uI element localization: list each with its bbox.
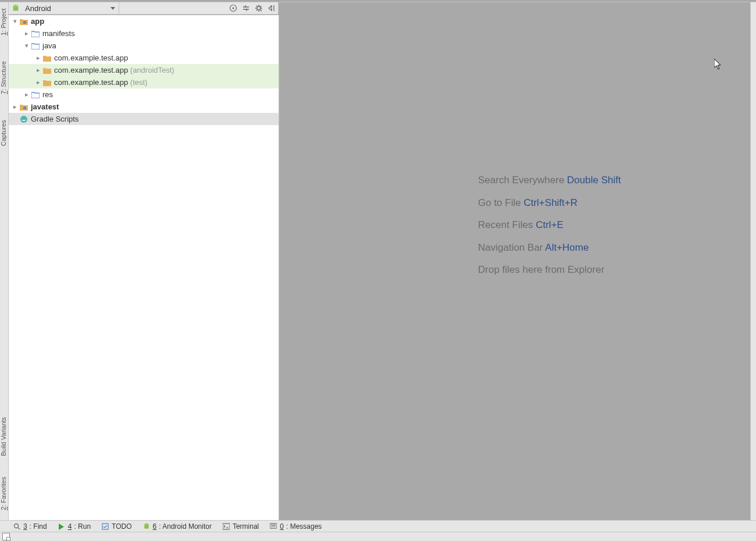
svg-rect-21 <box>102 524 108 529</box>
android-icon <box>11 3 20 13</box>
module-folder-icon <box>19 102 28 112</box>
folder-icon <box>31 29 40 38</box>
svg-point-1 <box>15 5 15 6</box>
tab-captures[interactable]: Captures <box>0 115 8 152</box>
tab-todo[interactable]: TODO <box>101 522 131 531</box>
expander-icon[interactable]: ▸ <box>34 79 42 86</box>
hide-tool-window-icon[interactable] <box>265 2 278 15</box>
tab-run[interactable]: 4: Run <box>58 522 91 531</box>
expander-icon[interactable]: ▸ <box>34 54 42 62</box>
tree-node-label: manifests <box>42 29 75 38</box>
tree-node-manifests[interactable]: ▸ manifests <box>9 27 279 40</box>
svg-point-18 <box>15 524 19 528</box>
tree-node-label: com.example.test.app <box>54 78 128 87</box>
hint-navigation-bar: Navigation Bar Alt+Home <box>478 237 621 259</box>
messages-icon <box>269 522 277 531</box>
tree-node-suffix: (androidTest) <box>130 66 174 74</box>
svg-line-11 <box>261 10 261 10</box>
scroll-from-source-icon[interactable] <box>227 2 240 15</box>
status-bar <box>0 532 756 541</box>
expander-icon[interactable]: ▸ <box>23 30 31 37</box>
package-icon <box>42 66 52 75</box>
project-tree[interactable]: ▾ app ▸ manifests ▾ java ▸ com.example.t… <box>9 15 279 521</box>
hint-recent-files: Recent Files Ctrl+E <box>478 214 621 237</box>
svg-line-10 <box>256 6 257 6</box>
tree-node-java[interactable]: ▾ java <box>9 40 279 52</box>
module-folder-icon <box>19 17 28 26</box>
tab-project[interactable]: 1: Project <box>0 2 8 42</box>
expander-icon[interactable]: ▸ <box>34 66 42 74</box>
editor-placeholder[interactable]: Search Everywhere Double Shift Go to Fil… <box>279 2 750 521</box>
tree-node-label: javatest <box>31 102 59 111</box>
folder-icon <box>31 41 40 51</box>
svg-marker-20 <box>59 524 64 530</box>
gear-icon[interactable] <box>252 2 265 15</box>
tree-node-label: java <box>42 41 56 50</box>
tab-structure[interactable]: 7: Structure <box>0 55 8 101</box>
svg-line-12 <box>261 6 261 6</box>
tree-node-label: com.example.test.app <box>54 66 128 74</box>
tree-node-res[interactable]: ▸ res <box>9 88 279 101</box>
tree-node-label: Gradle Scripts <box>31 115 79 123</box>
expander-icon[interactable]: ▸ <box>11 103 19 111</box>
run-icon <box>58 522 66 531</box>
svg-rect-16 <box>23 106 26 109</box>
tree-node-suffix: (test) <box>130 78 148 87</box>
svg-rect-23 <box>223 524 230 529</box>
android-icon <box>142 522 151 531</box>
collapse-all-icon[interactable] <box>240 2 252 15</box>
svg-point-17 <box>20 116 27 123</box>
tree-node-gradle-scripts[interactable]: Gradle Scripts <box>9 113 279 125</box>
left-tool-tab-strip: 1: Project 7: Structure Captures Build V… <box>0 2 9 521</box>
project-tool-header: Android <box>9 2 279 15</box>
tab-favorites[interactable]: 2: Favorites <box>0 471 8 515</box>
project-view-selector[interactable]: Android <box>9 2 119 14</box>
hint-drop-files: Drop files here from Explorer <box>478 259 621 282</box>
tree-node-label: com.example.test.app <box>54 54 128 62</box>
editor-hints: Search Everywhere Double Shift Go to Fil… <box>478 169 621 282</box>
tab-build-variants[interactable]: Build Variants <box>0 410 8 463</box>
svg-rect-15 <box>23 21 26 24</box>
svg-line-19 <box>18 528 20 529</box>
terminal-icon <box>222 522 230 531</box>
gradle-icon <box>19 115 28 124</box>
tab-find[interactable]: 3: Find <box>13 522 47 531</box>
project-view-label: Android <box>25 4 51 13</box>
svg-rect-22 <box>144 525 149 529</box>
bottom-tool-bar: 3: Find 4: Run TODO 6: Android Monitor T… <box>0 520 756 532</box>
tree-node-app[interactable]: ▾ app <box>9 15 279 27</box>
svg-point-5 <box>257 6 261 10</box>
chevron-down-icon <box>110 7 115 10</box>
search-icon <box>13 522 21 531</box>
svg-line-13 <box>256 10 257 10</box>
hint-search-everywhere: Search Everywhere Double Shift <box>478 169 621 192</box>
package-icon <box>42 54 52 63</box>
status-indicator-icon[interactable] <box>2 533 10 540</box>
svg-point-2 <box>16 5 17 6</box>
expander-icon[interactable]: ▸ <box>23 91 31 98</box>
tree-node-javatest[interactable]: ▸ javatest <box>9 101 279 113</box>
folder-icon <box>31 90 40 99</box>
hint-go-to-file: Go to File Ctrl+Shift+R <box>478 192 621 215</box>
tab-messages[interactable]: 0: Messages <box>269 522 322 531</box>
tab-terminal[interactable]: Terminal <box>222 522 259 531</box>
svg-point-4 <box>233 8 234 9</box>
tree-node-label: app <box>31 17 44 26</box>
expander-icon[interactable]: ▾ <box>23 42 31 49</box>
tree-node-package-test[interactable]: ▸ com.example.test.app (test) <box>9 76 279 88</box>
expander-placeholder <box>11 116 19 123</box>
expander-icon[interactable]: ▾ <box>11 17 19 25</box>
tree-node-label: res <box>42 90 53 99</box>
tree-node-package-main[interactable]: ▸ com.example.test.app <box>9 52 279 64</box>
package-icon <box>42 78 52 87</box>
right-tool-tab-strip <box>750 2 756 521</box>
svg-rect-0 <box>13 6 19 10</box>
tab-android-monitor[interactable]: 6: Android Monitor <box>142 522 212 531</box>
tree-node-package-androidtest[interactable]: ▸ com.example.test.app (androidTest) <box>9 64 279 76</box>
todo-icon <box>101 522 109 531</box>
